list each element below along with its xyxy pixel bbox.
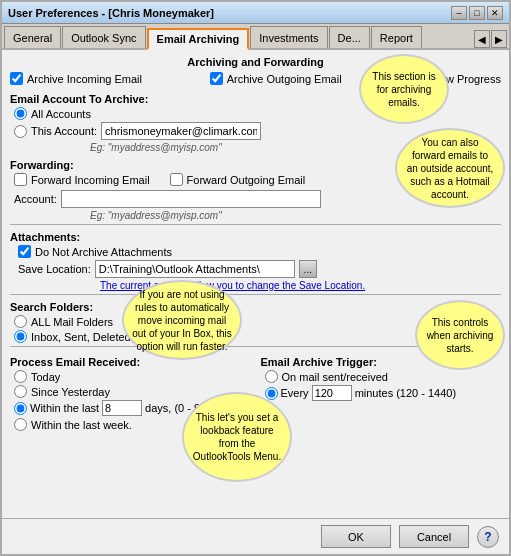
do-not-archive-row: Do Not Archive Attachments xyxy=(10,245,501,258)
this-account-radio[interactable] xyxy=(14,125,27,138)
cancel-button[interactable]: Cancel xyxy=(399,525,469,548)
forward-incoming-checkbox[interactable] xyxy=(14,173,27,186)
tab-nav-buttons: ◀ ▶ xyxy=(474,30,507,48)
archive-incoming-checkbox[interactable] xyxy=(10,72,23,85)
within-last-week-label: Within the last week. xyxy=(31,419,132,431)
callout-3: If you are not using rules to automatica… xyxy=(122,280,242,360)
today-radio[interactable] xyxy=(14,370,27,383)
within-last-week-radio[interactable] xyxy=(14,418,27,431)
tabs-row: General Outlook Sync Email Archiving Inv… xyxy=(2,24,509,50)
callout-5: This let's you set a lookback feature fr… xyxy=(182,392,292,482)
window-title: User Preferences - [Chris Moneymaker] xyxy=(8,7,214,19)
process-email-label: Process Email Received: xyxy=(10,356,251,368)
minimize-button[interactable]: – xyxy=(451,6,467,20)
main-window: User Preferences - [Chris Moneymaker] – … xyxy=(0,0,511,556)
since-yesterday-label: Since Yesterday xyxy=(31,386,110,398)
this-account-label: This Account: xyxy=(31,125,97,137)
tab-de[interactable]: De... xyxy=(329,26,370,48)
browse-button[interactable]: ... xyxy=(299,260,317,278)
forward-incoming-row: Forward Incoming Email xyxy=(14,173,150,186)
archive-incoming-row: Archive Incoming Email xyxy=(10,72,142,85)
attachments-label: Attachments: xyxy=(10,231,501,243)
content-area: Archiving and Forwarding Archive Incomin… xyxy=(2,50,509,518)
minutes-label: minutes (120 - 1440) xyxy=(355,387,457,399)
save-location-label: Save Location: xyxy=(18,263,91,275)
within-last-radio[interactable] xyxy=(14,402,27,415)
callout-4: This controls when archiving starts. xyxy=(415,300,505,370)
divider-2 xyxy=(10,294,501,295)
tab-outlook-sync[interactable]: Outlook Sync xyxy=(62,26,145,48)
do-not-archive-label: Do Not Archive Attachments xyxy=(35,246,172,258)
all-accounts-radio[interactable] xyxy=(14,107,27,120)
all-accounts-label: All Accounts xyxy=(31,108,91,120)
on-mail-sent-label: On mail sent/received xyxy=(282,371,388,383)
close-button[interactable]: ✕ xyxy=(487,6,503,20)
all-mail-label: ALL Mail Folders xyxy=(31,316,113,328)
save-location-row: Save Location: ... xyxy=(10,260,501,278)
tab-general[interactable]: General xyxy=(4,26,61,48)
on-mail-sent-radio[interactable] xyxy=(265,370,278,383)
forward-outgoing-checkbox[interactable] xyxy=(170,173,183,186)
this-account-input[interactable] xyxy=(101,122,261,140)
bottom-bar: OK Cancel ? xyxy=(2,518,509,554)
tab-investments[interactable]: Investments xyxy=(250,26,327,48)
all-mail-radio[interactable] xyxy=(14,315,27,328)
every-radio[interactable] xyxy=(265,387,278,400)
forward-outgoing-label: Forward Outgoing Email xyxy=(187,174,306,186)
callout-1: This section is for archiving emails. xyxy=(359,54,449,124)
tab-back-button[interactable]: ◀ xyxy=(474,30,490,48)
account-row-label: Account: xyxy=(14,193,57,205)
forwarding-example: Eg: "myaddress@myisp.com" xyxy=(10,210,501,221)
within-last-label: Within the last xyxy=(30,402,99,414)
today-label: Today xyxy=(31,371,60,383)
save-location-link[interactable]: The current settings allow you to change… xyxy=(10,280,501,291)
every-label: Every xyxy=(281,387,309,399)
inbox-sent-radio[interactable] xyxy=(14,330,27,343)
title-buttons: – □ ✕ xyxy=(451,6,503,20)
archive-outgoing-label: Archive Outgoing Email xyxy=(227,73,342,85)
within-last-input[interactable] xyxy=(102,400,142,416)
attachments-block: Attachments: Do Not Archive Attachments … xyxy=(10,231,501,291)
account-row-input[interactable] xyxy=(61,190,321,208)
every-row: Every minutes (120 - 1440) xyxy=(261,385,502,401)
forward-incoming-label: Forward Incoming Email xyxy=(31,174,150,186)
callout-2: You can also forward emails to an outsid… xyxy=(395,128,505,208)
since-yesterday-radio[interactable] xyxy=(14,385,27,398)
do-not-archive-checkbox[interactable] xyxy=(18,245,31,258)
tab-email-archiving[interactable]: Email Archiving xyxy=(147,28,250,50)
divider-1 xyxy=(10,224,501,225)
title-bar: User Preferences - [Chris Moneymaker] – … xyxy=(2,2,509,24)
ok-button[interactable]: OK xyxy=(321,525,391,548)
archive-incoming-label: Archive Incoming Email xyxy=(27,73,142,85)
archive-outgoing-checkbox[interactable] xyxy=(210,72,223,85)
archive-outgoing-row: Archive Outgoing Email xyxy=(210,72,342,85)
tab-report[interactable]: Report xyxy=(371,26,422,48)
forward-outgoing-row: Forward Outgoing Email xyxy=(170,173,306,186)
maximize-button[interactable]: □ xyxy=(469,6,485,20)
every-minutes-input[interactable] xyxy=(312,385,352,401)
today-row: Today xyxy=(10,370,251,383)
on-mail-sent-row: On mail sent/received xyxy=(261,370,502,383)
tab-forward-button[interactable]: ▶ xyxy=(491,30,507,48)
help-button[interactable]: ? xyxy=(477,526,499,548)
save-location-input[interactable] xyxy=(95,260,295,278)
